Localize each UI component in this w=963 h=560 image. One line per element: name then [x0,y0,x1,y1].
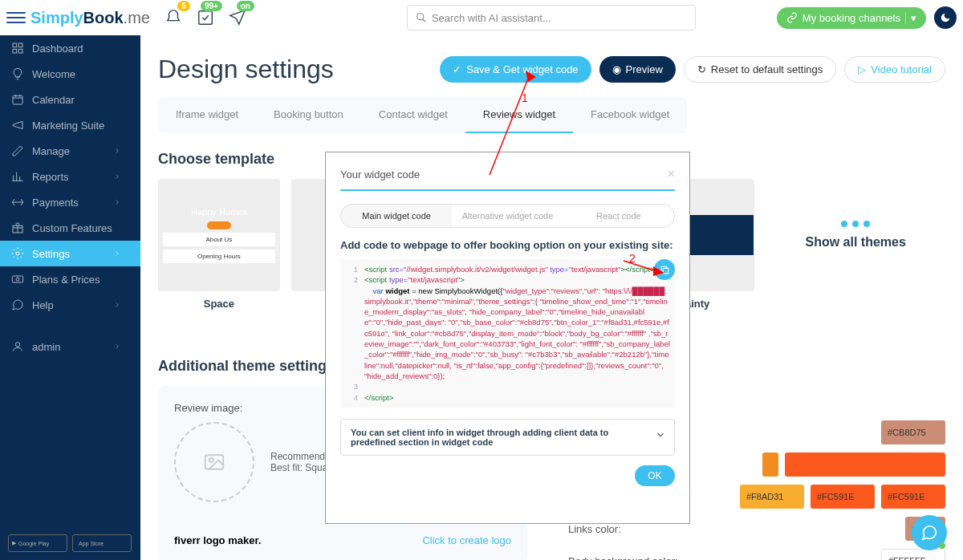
close-icon[interactable]: × [668,167,675,181]
svg-point-13 [209,458,213,462]
sidebar-item-custom-features[interactable]: Custom Features [0,215,140,241]
sidebar-item-plans-&-prices[interactable]: Plans & Prices [0,266,140,292]
svg-point-10 [16,278,19,281]
svg-rect-0 [199,11,213,25]
sidebar-item-calendar[interactable]: Calendar [0,87,140,112]
tab-facebook-widget[interactable]: Facebook widget [573,97,687,133]
code-tab-2[interactable]: React code [563,205,674,227]
checkbox-icon[interactable]: 99+ [197,9,214,26]
color-swatch[interactable]: #CB8D75 [881,420,945,444]
widget-tabs: Iframe widgetBooking buttonContact widge… [158,97,687,133]
fiverr-logo: fiverr logo maker. [174,534,261,546]
annotation-label-1: 1 [522,91,528,104]
dark-mode-toggle[interactable] [934,6,957,29]
copy-code-button[interactable] [654,259,675,280]
modal-title: Your widget code [340,168,420,181]
review-image-upload[interactable] [174,422,254,502]
color-swatch[interactable]: #FFFFFF [881,549,945,560]
app-store-badge[interactable]: App Store [72,534,132,552]
color-swatch[interactable]: #FC591E [881,485,945,509]
sidebar-item-payments[interactable]: Payments [0,189,140,215]
modal-subtitle: Add code to webpage to offer booking opt… [340,239,675,251]
hamburger-icon[interactable] [6,8,26,27]
svg-point-8 [16,252,19,255]
sidebar-item-marketing-suite[interactable]: Marketing Suite [0,112,140,138]
svg-point-1 [417,14,424,20]
tab-iframe-widget[interactable]: Iframe widget [158,97,256,133]
code-tabs: Main widget codeAlternative widget codeR… [340,204,675,228]
count-badge: 99+ [201,1,222,11]
bell-icon[interactable]: 5 [165,9,182,26]
tab-booking-button[interactable]: Booking button [256,97,361,133]
search-placeholder: Search with AI assistant... [432,12,551,24]
show-all-themes[interactable]: Show all themes [766,179,945,291]
annotation-label-2: 2 [629,252,636,265]
notification-badge: 5 [177,1,190,11]
code-tab-0[interactable]: Main widget code [341,205,452,227]
theme-space[interactable]: Happy Homes About Us Opening Hours Space [158,179,280,310]
ok-button[interactable]: OK [635,465,675,486]
color-label: Links color: [568,523,621,535]
svg-rect-9 [12,276,22,282]
color-swatch[interactable] [785,452,945,477]
tab-reviews-widget[interactable]: Reviews widget [465,97,573,133]
search-input[interactable]: Search with AI assistant... [407,5,696,30]
code-tab-1[interactable]: Alternative widget code [452,205,563,227]
tab-contact-widget[interactable]: Contact widget [361,97,465,133]
reset-button[interactable]: ↻ Reset to default settings [684,56,836,83]
admin-menu[interactable]: admin [0,334,140,359]
google-play-badge[interactable]: ▶ Google Play [8,534,67,552]
preview-button[interactable]: ◉ Preview [599,56,676,83]
sidebar-item-reports[interactable]: Reports [0,164,140,189]
svg-rect-3 [18,43,22,47]
sidebar-item-help[interactable]: Help [0,292,140,318]
sidebar-item-welcome[interactable]: Welcome [0,61,140,87]
fiverr-link[interactable]: Click to create logo [422,534,511,546]
send-icon[interactable]: on [229,9,246,26]
svg-rect-6 [13,95,22,104]
svg-point-11 [15,343,19,347]
sidebar-item-settings[interactable]: Settings [0,241,140,266]
save-get-code-button[interactable]: ✓ Save & Get widget code [440,56,591,83]
sidebar: DashboardWelcomeCalendarMarketing SuiteM… [0,35,140,560]
page-title: Design settings [158,55,334,84]
svg-rect-14 [663,268,668,274]
modal-note-expandable[interactable]: You can set client info in widget throug… [340,419,675,456]
video-tutorial-button[interactable]: ▷ Video tutorial [844,56,945,83]
chat-bubble[interactable] [912,515,947,550]
color-label: Body background color: [568,555,678,561]
sidebar-item-dashboard[interactable]: Dashboard [0,35,140,61]
svg-rect-2 [13,43,17,47]
widget-code-modal: Your widget code × Main widget codeAlter… [325,152,690,524]
sidebar-item-manage[interactable]: Manage [0,138,140,164]
color-swatch[interactable]: #F8AD31 [740,485,804,509]
color-swatch[interactable]: #FC591E [811,485,875,509]
code-block: 1<script src="//widget.simplybook.it/v2/… [340,259,675,408]
svg-rect-5 [18,49,22,53]
my-booking-channels-button[interactable]: My booking channels ▾ [777,7,926,29]
logo[interactable]: SimplyBook.me [30,9,150,27]
status-badge: on [237,1,254,11]
svg-rect-4 [13,49,17,53]
color-swatch[interactable] [762,452,778,477]
